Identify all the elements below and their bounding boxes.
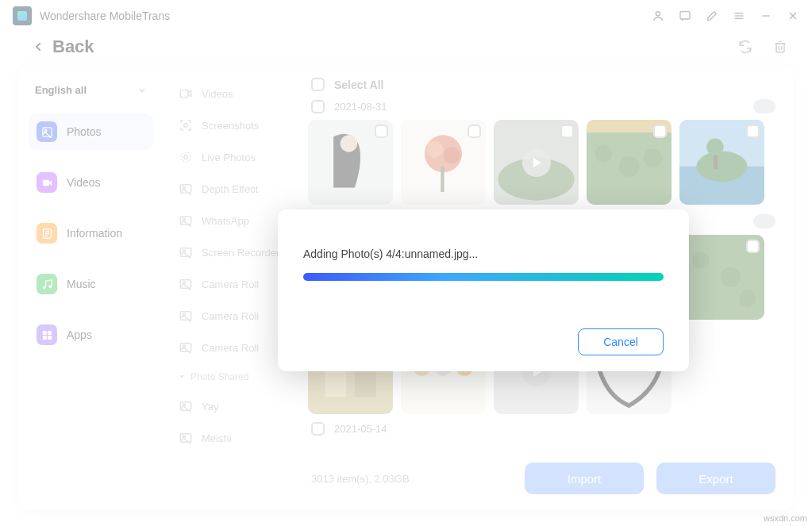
svg-point-27 xyxy=(181,152,190,162)
chevron-down-icon xyxy=(137,86,147,95)
photo-thumbnail[interactable] xyxy=(401,120,486,205)
caret-down-icon xyxy=(178,373,186,381)
sidebar-primary: English all Photos Videos Information Mu… xyxy=(19,67,164,510)
svg-point-57 xyxy=(644,148,663,167)
svg-point-26 xyxy=(184,155,188,159)
category-camera-roll[interactable]: Camera Roll xyxy=(175,268,292,300)
progress-modal: Adding Photo(s) 4/4:unnamed.jpg... Cance… xyxy=(278,209,689,371)
sidebar-item-apps[interactable]: Apps xyxy=(29,317,153,353)
category-depth-effect[interactable]: Depth Effect xyxy=(175,173,292,205)
category-label: Camera Roll xyxy=(202,342,259,354)
category-screenshots[interactable]: Screenshots xyxy=(175,109,292,141)
button-label: Import xyxy=(568,472,602,486)
info-icon xyxy=(37,223,57,244)
category-label: Yay xyxy=(202,401,218,413)
watermark: wsxdn.com xyxy=(764,513,807,523)
photo-thumbnail[interactable] xyxy=(679,120,764,205)
svg-point-55 xyxy=(595,145,612,162)
svg-point-14 xyxy=(44,129,47,132)
music-icon xyxy=(37,274,57,294)
svg-point-66 xyxy=(739,290,756,307)
live-photo-icon xyxy=(178,149,194,165)
sidebar-item-music[interactable]: Music xyxy=(29,266,153,302)
thumb-checkbox[interactable] xyxy=(746,240,760,253)
category-group-label: Photo Shared xyxy=(190,371,248,382)
svg-point-64 xyxy=(692,251,709,268)
svg-point-56 xyxy=(619,156,640,177)
cancel-button[interactable]: Cancel xyxy=(578,328,664,355)
svg-rect-30 xyxy=(180,217,191,225)
svg-rect-34 xyxy=(180,280,191,289)
feedback-icon[interactable] xyxy=(679,10,691,22)
user-icon[interactable] xyxy=(652,10,664,22)
svg-rect-50 xyxy=(441,167,444,192)
thumb-checkbox[interactable] xyxy=(560,125,574,138)
button-label: Export xyxy=(698,472,733,486)
category-label: Camera Roll xyxy=(202,278,259,290)
date-label: 2021-05-14 xyxy=(334,423,387,435)
sidebar-item-information[interactable]: Information xyxy=(29,215,153,251)
category-camera-roll[interactable]: Camera Roll xyxy=(175,332,292,363)
count-pill xyxy=(753,99,775,113)
svg-point-49 xyxy=(444,147,460,163)
image-icon xyxy=(178,244,194,260)
image-icon xyxy=(178,276,194,292)
modal-status-text: Adding Photo(s) 4/4:unnamed.jpg... xyxy=(303,248,664,260)
category-videos[interactable]: Videos xyxy=(175,78,292,109)
svg-rect-20 xyxy=(42,330,46,334)
import-button[interactable]: Import xyxy=(525,463,644,494)
date-checkbox[interactable] xyxy=(311,100,325,113)
sidebar-item-videos[interactable]: Videos xyxy=(29,164,153,201)
date-label: 2021-08-31 xyxy=(334,101,387,113)
select-all-checkbox[interactable] xyxy=(311,78,325,91)
sidebar-item-label: Apps xyxy=(67,328,92,341)
svg-rect-38 xyxy=(180,344,191,352)
button-label: Cancel xyxy=(603,336,638,348)
svg-rect-15 xyxy=(42,179,48,186)
app-logo xyxy=(13,6,32,25)
export-button[interactable]: Export xyxy=(656,463,775,494)
select-all-label: Select All xyxy=(334,79,384,91)
close-icon[interactable] xyxy=(787,10,799,22)
video-thumbnail[interactable] xyxy=(494,120,579,205)
photo-thumbnail[interactable] xyxy=(587,120,672,205)
thumb-checkbox[interactable] xyxy=(375,125,388,138)
trash-icon[interactable] xyxy=(772,39,788,55)
apps-icon xyxy=(37,324,57,345)
svg-rect-32 xyxy=(180,248,191,257)
date-checkbox[interactable] xyxy=(311,422,325,436)
category-label: Videos xyxy=(202,88,233,100)
category-camera-roll[interactable]: Camera Roll xyxy=(175,300,292,332)
sidebar-item-label: Videos xyxy=(67,176,101,189)
sidebar-item-label: Photos xyxy=(67,125,102,138)
svg-rect-13 xyxy=(42,127,51,136)
language-select[interactable]: English all xyxy=(29,79,153,101)
category-live-photos[interactable]: Live Photos xyxy=(175,141,292,173)
photo-grid xyxy=(305,120,782,205)
thumb-checkbox[interactable] xyxy=(468,125,481,138)
svg-rect-23 xyxy=(48,336,52,340)
category-label: Live Photos xyxy=(202,152,256,163)
photo-thumbnail[interactable] xyxy=(308,120,393,205)
category-whatsapp[interactable]: WhatsApp xyxy=(175,205,292,236)
category-screen-recorder[interactable]: Screen Recorder xyxy=(175,236,292,268)
category-meishi[interactable]: Meishi xyxy=(175,422,292,454)
thumb-checkbox[interactable] xyxy=(746,125,760,138)
svg-rect-21 xyxy=(48,330,52,334)
menu-icon[interactable] xyxy=(733,10,745,22)
thumb-checkbox[interactable] xyxy=(653,125,667,138)
refresh-icon[interactable] xyxy=(737,39,753,55)
category-yay[interactable]: Yay xyxy=(175,390,292,422)
category-label: Screen Recorder xyxy=(202,247,279,259)
back-button[interactable]: Back xyxy=(33,36,94,57)
minimize-icon[interactable] xyxy=(760,10,772,22)
photo-thumbnail[interactable] xyxy=(679,235,764,320)
videos-icon xyxy=(37,172,57,193)
language-label: English all xyxy=(35,84,87,96)
edit-icon[interactable] xyxy=(706,10,718,22)
back-label: Back xyxy=(52,36,94,57)
photos-icon xyxy=(37,121,57,142)
sidebar-item-photos[interactable]: Photos xyxy=(29,113,153,150)
category-label: Camera Roll xyxy=(202,310,259,322)
image-icon xyxy=(178,430,194,446)
